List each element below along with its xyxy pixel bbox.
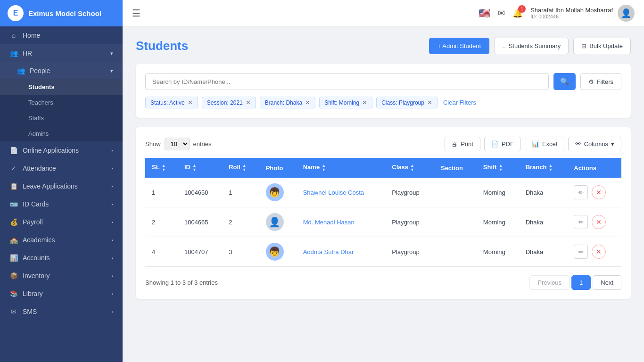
bulk-update-button[interactable]: ⊟ Bulk Update [573, 38, 631, 54]
delete-button[interactable]: ✕ [592, 215, 606, 229]
sidebar-item-sms[interactable]: ✉ SMS › [0, 303, 123, 321]
columns-icon: 👁 [575, 140, 581, 148]
sidebar-item-attendance[interactable]: ✓ Attendance › [0, 159, 123, 177]
edit-button[interactable]: ✏ [574, 185, 588, 199]
cell-photo: 👤 [259, 207, 297, 237]
pdf-button[interactable]: 📄 PDF [484, 137, 521, 151]
filter-remove-icon[interactable]: ✕ [188, 99, 193, 106]
students-summary-button[interactable]: ≡ Students Summary [494, 38, 569, 54]
academics-icon: 🏫 [9, 236, 18, 244]
cell-branch: Dhaka [519, 237, 568, 267]
filter-remove-icon[interactable]: ✕ [246, 99, 251, 106]
home-icon: ⌂ [9, 32, 18, 39]
top-navbar: ☰ 🇺🇸 ✉ 🔔 1 Sharafat Ibn Mollah Mosharraf… [123, 0, 644, 26]
sidebar-item-id-cards[interactable]: 🪪 ID Cards › [0, 195, 123, 213]
flag-icon[interactable]: 🇺🇸 [479, 8, 490, 19]
student-link[interactable]: Aodrita Sutra Dhar [303, 248, 354, 255]
inventory-chevron-icon: › [111, 273, 113, 279]
column-header-class[interactable]: Class▲▼ [385, 158, 434, 178]
print-button[interactable]: 🖨 Print [445, 137, 480, 151]
table-row: 4 1004707 3 👦 Aodrita Sutra Dhar Playgro… [145, 237, 621, 267]
table-row: 2 1004665 2 👤 Md. Mehadi Hasan Playgroup… [145, 207, 621, 237]
filter-tag: Shift: Morning✕ [319, 97, 372, 108]
filters-button[interactable]: ⚙ Filters [580, 73, 621, 90]
sidebar-item-leave-applications[interactable]: 📋 Leave Applications › [0, 177, 123, 195]
excel-button[interactable]: 📊 Excel [525, 137, 564, 151]
bulk-icon: ⊟ [581, 42, 586, 49]
sidebar-item-inventory[interactable]: 📦 Inventory › [0, 267, 123, 285]
student-photo: 👦 [266, 183, 284, 201]
cell-id: 1004650 [178, 178, 222, 207]
edit-button[interactable]: ✏ [574, 245, 588, 259]
column-header-photo[interactable]: Photo [259, 158, 297, 178]
excel-icon: 📊 [532, 140, 539, 148]
previous-page-button[interactable]: Previous [529, 275, 570, 290]
sort-icon: ▲▼ [548, 164, 553, 172]
cell-section [434, 178, 477, 207]
show-select[interactable]: 10 25 50 [165, 138, 190, 150]
pdf-icon: 📄 [491, 140, 499, 148]
admit-student-button[interactable]: + Admit Student [429, 38, 489, 54]
content-area: Students + Admit Student ≡ Students Summ… [123, 26, 644, 362]
student-photo: 👤 [266, 213, 284, 231]
sidebar-item-payroll[interactable]: 💰 Payroll › [0, 213, 123, 231]
sidebar-item-students[interactable]: Students [0, 79, 123, 95]
filter-remove-icon[interactable]: ✕ [362, 99, 367, 106]
search-button[interactable]: 🔍 [553, 73, 576, 90]
column-header-roll[interactable]: Roll▲▼ [222, 158, 259, 178]
column-header-actions[interactable]: Actions [567, 158, 621, 178]
cell-branch: Dhaka [519, 178, 568, 207]
sms-icon: ✉ [9, 308, 18, 315]
column-header-id[interactable]: ID▲▼ [178, 158, 222, 178]
print-icon: 🖨 [452, 140, 458, 148]
delete-button[interactable]: ✕ [592, 245, 606, 259]
column-header-section[interactable]: Section [434, 158, 477, 178]
people-chevron-icon: ▾ [110, 68, 113, 74]
cell-shift: Morning [477, 207, 519, 237]
sidebar-item-people[interactable]: 👥 People ▾ [0, 62, 123, 79]
clear-filters-link[interactable]: Clear Filters [443, 99, 476, 106]
sidebar-item-home[interactable]: ⌂ Home [0, 26, 123, 44]
column-header-name[interactable]: Name▲▼ [297, 158, 386, 178]
delete-button[interactable]: ✕ [592, 185, 606, 199]
sidebar-item-staffs[interactable]: Staffs [0, 110, 123, 126]
sidebar-item-teachers[interactable]: Teachers [0, 95, 123, 110]
current-page-button[interactable]: 1 [571, 275, 591, 290]
cell-actions: ✏ ✕ [567, 237, 621, 267]
hamburger-button[interactable]: ☰ [132, 8, 140, 19]
filter-tag: Status: Active✕ [145, 97, 198, 108]
sidebar-item-academics[interactable]: 🏫 Academics › [0, 231, 123, 249]
edit-button[interactable]: ✏ [574, 215, 588, 229]
user-name: Sharafat Ibn Mollah Mosharraf [530, 7, 613, 14]
student-photo: 👦 [266, 243, 284, 261]
sort-icon: ▲▼ [499, 164, 503, 172]
sidebar-item-accounts[interactable]: 📊 Accounts › [0, 249, 123, 267]
mail-icon[interactable]: ✉ [498, 8, 505, 18]
filter-remove-icon[interactable]: ✕ [305, 99, 310, 106]
filter-remove-icon[interactable]: ✕ [427, 99, 432, 106]
page-header: Students + Admit Student ≡ Students Summ… [136, 38, 631, 54]
column-header-shift[interactable]: Shift▲▼ [477, 158, 519, 178]
cell-actions: ✏ ✕ [567, 178, 621, 207]
hr-icon: 👥 [9, 49, 18, 57]
columns-button[interactable]: 👁 Columns ▾ [568, 137, 621, 151]
page-title: Students [136, 39, 429, 53]
next-page-button[interactable]: Next [593, 275, 621, 290]
cell-shift: Morning [477, 178, 519, 207]
sidebar-item-admins[interactable]: Admins [0, 126, 123, 141]
search-input[interactable] [145, 73, 549, 90]
student-link[interactable]: Shawnel Louise Costa [303, 189, 364, 196]
cell-name: Aodrita Sutra Dhar [297, 237, 386, 267]
bell-icon[interactable]: 🔔 1 [512, 8, 523, 18]
sidebar-item-library[interactable]: 📚 Library › [0, 285, 123, 303]
sidebar-item-hr[interactable]: 👥 HR ▾ [0, 44, 123, 62]
filter-icon: ⚙ [588, 78, 594, 85]
active-filters: Status: Active✕Session: 2021✕Branch: Dha… [145, 97, 621, 108]
column-header-branch[interactable]: Branch▲▼ [519, 158, 568, 178]
column-header-sl[interactable]: SL▲▼ [145, 158, 178, 178]
pagination-controls: Previous 1 Next [529, 275, 621, 290]
table-controls: Show 10 25 50 entries 🖨 Print 📄 [145, 137, 621, 151]
student-link[interactable]: Md. Mehadi Hasan [303, 219, 355, 226]
sidebar-item-online-applications[interactable]: 📄 Online Applications › [0, 141, 123, 159]
attendance-chevron-icon: › [111, 165, 113, 171]
